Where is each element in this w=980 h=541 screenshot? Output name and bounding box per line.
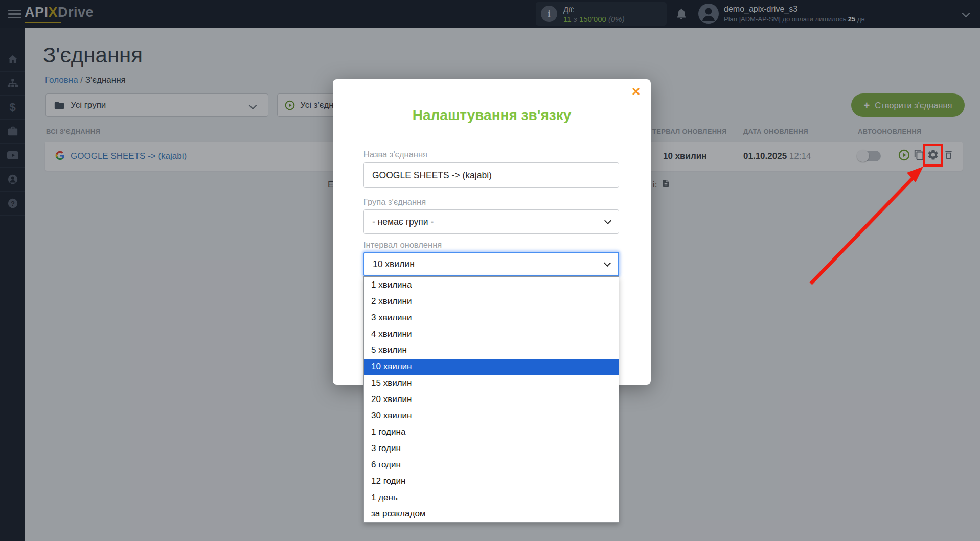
- interval-option-selected[interactable]: 10 хвилин: [364, 359, 619, 375]
- interval-select[interactable]: 10 хвилин: [363, 252, 619, 276]
- interval-field-label: Інтервал оновлення: [363, 240, 442, 250]
- interval-option[interactable]: 3 годин: [364, 440, 619, 457]
- interval-option[interactable]: 15 хвилин: [364, 375, 619, 391]
- group-field-label: Група з'єднання: [363, 197, 426, 207]
- group-select-value: - немає групи -: [372, 217, 434, 227]
- interval-option[interactable]: 30 хвилин: [364, 408, 619, 424]
- interval-option[interactable]: 3 хвилини: [364, 310, 619, 326]
- annotation-highlight-box: [923, 144, 943, 167]
- interval-option[interactable]: 1 день: [364, 489, 619, 506]
- interval-option[interactable]: 1 хвилина: [364, 277, 619, 293]
- interval-option[interactable]: 6 годин: [364, 457, 619, 473]
- interval-select-value: 10 хвилин: [373, 259, 415, 270]
- interval-option[interactable]: 2 хвилини: [364, 293, 619, 310]
- connection-name-input[interactable]: GOOGLE SHEETS -> (kajabi): [363, 162, 619, 188]
- interval-option[interactable]: 12 годин: [364, 473, 619, 489]
- app-screen: APIXDrive i Дії: 11 з 150'000 (0%) demo_…: [0, 0, 980, 541]
- modal-title: Налаштування зв'язку: [333, 107, 651, 124]
- interval-options-dropdown: 1 хвилина 2 хвилини 3 хвилини 4 хвилини …: [363, 276, 619, 523]
- interval-option[interactable]: за розкладом: [364, 506, 619, 522]
- interval-option[interactable]: 20 хвилин: [364, 391, 619, 408]
- name-field-label: Назва з'єднання: [363, 150, 427, 159]
- close-icon[interactable]: ✕: [631, 86, 641, 98]
- group-select[interactable]: - немає групи -: [363, 209, 619, 234]
- interval-option[interactable]: 1 година: [364, 424, 619, 440]
- interval-option[interactable]: 4 хвилини: [364, 326, 619, 342]
- chevron-down-icon: [604, 260, 611, 267]
- chevron-down-icon: [604, 217, 611, 224]
- interval-option[interactable]: 5 хвилин: [364, 342, 619, 359]
